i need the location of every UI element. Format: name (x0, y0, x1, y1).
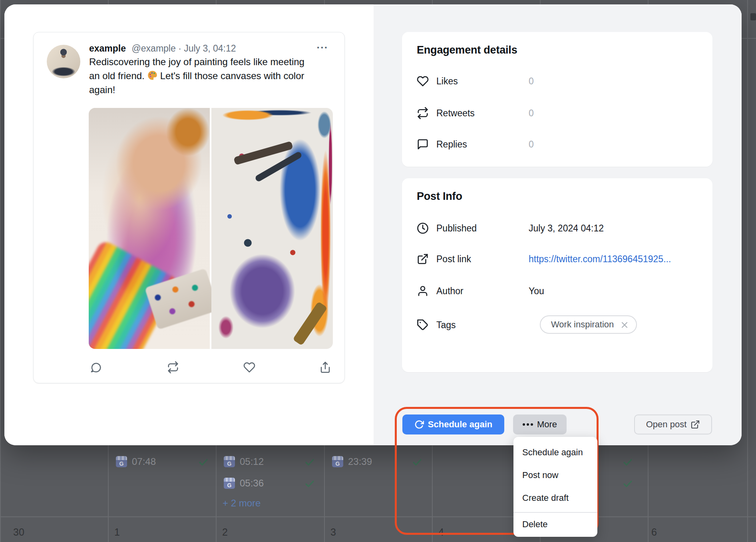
brush-handle-decor (293, 301, 328, 346)
tweet-text-line1: Rediscovering the joy of painting feels … (89, 56, 304, 67)
engagement-title: Engagement details (417, 44, 517, 56)
open-post-label: Open post (646, 419, 687, 430)
published-check-icon (623, 457, 633, 467)
tag-remove-icon[interactable] (620, 321, 629, 329)
calendar-event-chip: G 07:48 (116, 456, 156, 467)
event-time: 23:39 (348, 456, 372, 467)
more-label: More (537, 419, 557, 430)
retweets-value: 0 (529, 108, 534, 119)
calendar-date: 1 (114, 526, 120, 538)
post-info-row-tags: Tags Work inspiration (417, 318, 696, 333)
more-button[interactable]: More (513, 414, 567, 434)
post-info-row-link: Post link https://twitter.com/1136964519… (417, 252, 696, 267)
published-value: July 3, 2024 04:12 (529, 223, 604, 234)
retweet-icon (417, 107, 429, 119)
likes-value: 0 (529, 76, 534, 87)
calendar-event-chip: G 05:36 (224, 478, 264, 489)
share-icon[interactable] (319, 361, 331, 373)
event-time: 05:36 (240, 478, 264, 489)
google-business-icon: G (224, 478, 235, 489)
calendar-date: 6 (651, 526, 657, 538)
engagement-row-replies: Replies 0 (417, 137, 696, 152)
tweet-header: example @example · July 3, 04:12 (89, 42, 313, 54)
calendar-date: 30 (13, 526, 24, 538)
reply-icon[interactable] (90, 361, 102, 373)
schedule-again-button[interactable]: Schedule again (402, 414, 504, 434)
published-check-icon (412, 457, 422, 467)
calendar-gridline (747, 0, 748, 542)
calendar-gridline (0, 0, 1, 542)
post-info-row-published: Published July 3, 2024 04:12 (417, 221, 696, 236)
heart-icon (417, 75, 429, 87)
schedule-again-label: Schedule again (428, 419, 492, 430)
google-business-icon: G (332, 456, 343, 467)
event-time: 07:48 (132, 456, 156, 467)
backdrop-ui-fragment (750, 13, 756, 20)
engagement-details-card: Engagement details Likes 0 Retweets 0 Re… (402, 32, 712, 167)
avatar (47, 45, 80, 78)
tweet-text: Rediscovering the joy of painting feels … (89, 55, 334, 97)
calendar-gridline (0, 516, 756, 517)
tag-label: Work inspiration (551, 319, 614, 330)
tweet-author-meta: @example · July 3, 04:12 (131, 43, 236, 54)
screen: G 07:48 G 05:12 G 05:36 + 2 more G 23:39… (0, 0, 756, 542)
author-label: Author (436, 286, 464, 297)
tweet-text-line3: again! (89, 84, 115, 95)
tags-label: Tags (436, 320, 456, 331)
published-check-icon (198, 457, 209, 467)
published-label: Published (436, 223, 477, 234)
tweet-text-line2a: an old friend. (89, 70, 145, 81)
person-icon (417, 285, 429, 297)
tag-icon (417, 319, 429, 331)
google-business-icon: G (224, 456, 235, 467)
post-info-card: Post Info Published July 3, 2024 04:12 P… (402, 178, 712, 372)
refresh-icon (414, 420, 424, 429)
external-link-icon (417, 253, 429, 265)
likes-label: Likes (436, 76, 458, 87)
tweet-photo-left (89, 108, 210, 349)
more-dots-icon (523, 423, 533, 426)
open-post-button[interactable]: Open post (634, 414, 712, 434)
menu-item-delete[interactable]: Delete (513, 515, 597, 534)
retweets-label: Retweets (436, 108, 475, 119)
replies-label: Replies (436, 139, 467, 150)
like-icon[interactable] (243, 361, 255, 373)
tweet-photo-right (211, 108, 333, 349)
tweet-preview-card: example @example · July 3, 04:12 ··· Red… (33, 32, 345, 383)
author-value: You (529, 286, 544, 297)
replies-value: 0 (529, 139, 534, 150)
calendar-event-chip: G 05:12 (224, 456, 264, 467)
calendar-date: 3 (330, 526, 336, 538)
tweet-text-line2b: Let's fill those canvases with color (160, 70, 304, 81)
reply-bubble-icon (417, 138, 429, 150)
retweet-icon[interactable] (167, 361, 179, 373)
post-preview-panel: example @example · July 3, 04:12 ··· Red… (4, 4, 374, 445)
palette-emoji-icon (147, 70, 158, 81)
more-events-link: + 2 more (223, 498, 261, 509)
calendar-date: 4 (438, 526, 444, 538)
clock-icon (417, 222, 429, 234)
post-link-url[interactable]: https://twitter.com/113696451925... (529, 254, 671, 265)
event-time: 05:12 (240, 456, 264, 467)
calendar-event-chip: G 23:39 (332, 456, 372, 467)
tweet-action-bar (34, 361, 345, 373)
calendar-date: 2 (222, 526, 228, 538)
post-details-modal: example @example · July 3, 04:12 ··· Red… (4, 4, 742, 445)
published-check-icon (304, 457, 315, 467)
menu-item-schedule-again[interactable]: Schedule again (513, 441, 597, 464)
menu-item-create-draft[interactable]: Create draft (513, 486, 597, 509)
engagement-row-retweets: Retweets 0 (417, 106, 696, 121)
engagement-row-likes: Likes 0 (417, 74, 696, 89)
tweet-photo (89, 108, 333, 349)
tweet-author-name: example (89, 43, 126, 54)
tweet-more-button[interactable]: ··· (313, 40, 332, 56)
post-info-row-author: Author You (417, 284, 696, 299)
published-check-icon (623, 478, 633, 489)
more-dropdown-menu: Schedule again Post now Create draft Del… (513, 437, 597, 537)
external-link-icon (690, 420, 700, 429)
google-business-icon: G (116, 456, 127, 467)
menu-item-post-now[interactable]: Post now (513, 464, 597, 486)
post-link-label: Post link (436, 254, 471, 265)
menu-divider (513, 512, 597, 513)
post-info-title: Post Info (417, 190, 462, 203)
